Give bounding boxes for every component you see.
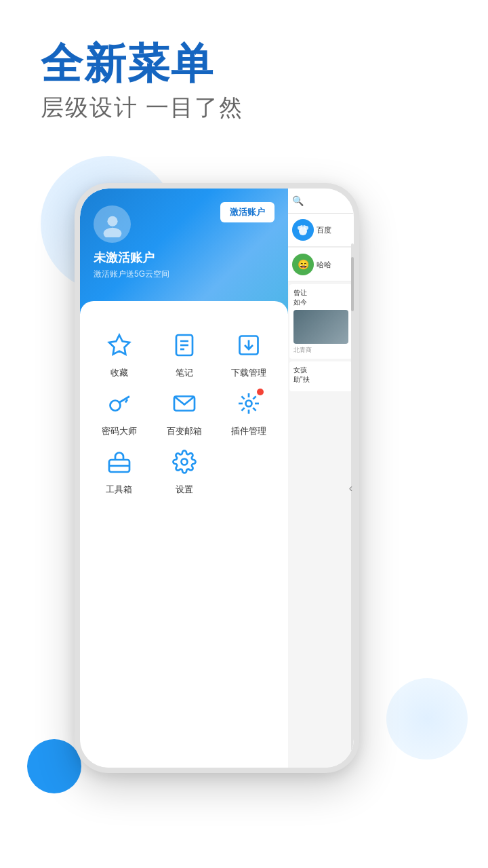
key-icon [107, 391, 131, 416]
mail-icon [172, 391, 197, 416]
baidu-label: 百度 [317, 225, 331, 235]
news-card-2[interactable]: 女孩助"扶 [289, 361, 352, 391]
profile-header: 激活账户 未激活账户 激活账户送5G云空间 [80, 189, 288, 314]
svg-line-19 [253, 408, 256, 410]
site-item-baidu[interactable]: 百度 [288, 214, 354, 247]
news-title-2: 女孩助"扶 [293, 366, 348, 384]
download-icon-wrap [231, 328, 266, 363]
empty-icon-wrap [231, 444, 266, 479]
scrollbar-thumb [351, 257, 354, 311]
star-icon [107, 333, 131, 357]
user-description: 激活账户送5G云空间 [94, 269, 274, 280]
username: 未激活账户 [94, 250, 274, 266]
favorites-icon-wrap [102, 328, 137, 363]
menu-item-plugins[interactable]: 插件管理 [220, 386, 278, 437]
svg-line-18 [242, 396, 245, 399]
plugin-icon [237, 391, 261, 416]
svg-line-11 [125, 399, 127, 403]
svg-line-20 [253, 396, 256, 399]
menu-row-2: 密码大师 百变邮箱 [87, 386, 281, 437]
settings-icon [172, 450, 197, 474]
password-icon-wrap [102, 386, 137, 421]
menu-panel: 激活账户 未激活账户 激活账户送5G云空间 [80, 189, 288, 768]
haha-avatar: 😄 [292, 254, 314, 275]
browser-top-bar: 🔍 [288, 189, 354, 214]
phone-mockup: 激活账户 未激活账户 激活账户送5G云空间 [75, 183, 359, 773]
site-item-haha[interactable]: 😄 哈哈 [288, 248, 354, 281]
favorites-label: 收藏 [110, 367, 128, 379]
password-label: 密码大师 [102, 425, 137, 437]
note-icon [172, 333, 197, 357]
decorative-circle-bottom-left [27, 739, 81, 793]
menu-item-password[interactable]: 密码大师 [90, 386, 148, 437]
menu-item-download[interactable]: 下载管理 [220, 328, 278, 379]
toolbox-icon [107, 450, 131, 474]
toolbox-label: 工具箱 [106, 484, 132, 496]
menu-item-favorites[interactable]: 收藏 [90, 328, 148, 379]
notes-label: 笔记 [176, 367, 193, 379]
browser-panel: 🔍 百度 [288, 189, 354, 768]
settings-icon-wrap [167, 444, 202, 479]
svg-point-13 [246, 401, 252, 407]
settings-label: 设置 [176, 484, 193, 496]
menu-item-empty [220, 444, 278, 496]
scrollbar[interactable] [351, 243, 354, 763]
plugins-label: 插件管理 [231, 425, 266, 437]
activate-button[interactable]: 激活账户 [220, 202, 274, 222]
menu-grid: 收藏 笔记 [80, 314, 288, 502]
menu-row-3: 工具箱 设置 [87, 444, 281, 496]
svg-point-1 [103, 227, 121, 237]
plugins-icon-wrap [231, 386, 266, 421]
toolbox-icon-wrap [102, 444, 137, 479]
header-section: 全新菜单 层级设计 一目了然 [41, 41, 243, 123]
search-icon: 🔍 [292, 195, 304, 206]
avatar-icon [100, 212, 125, 237]
news-title-1: 曾让如今 [293, 288, 348, 307]
menu-item-toolbox[interactable]: 工具箱 [90, 444, 148, 496]
phone-inner: 激活账户 未激活账户 激活账户送5G云空间 [80, 189, 354, 768]
avatar [94, 205, 131, 243]
menu-item-settings[interactable]: 设置 [155, 444, 213, 496]
browser-content: 百度 😄 哈哈 曾让如今 北青商 女孩助 [288, 214, 354, 763]
download-label: 下载管理 [231, 367, 266, 379]
decorative-circle-bottom-right [386, 678, 468, 760]
download-icon [237, 333, 261, 357]
svg-point-29 [303, 225, 306, 228]
baidu-avatar [292, 219, 314, 241]
svg-point-0 [107, 216, 117, 226]
menu-item-notes[interactable]: 笔记 [155, 328, 213, 379]
mailbox-label: 百变邮箱 [167, 425, 202, 437]
news-source-1: 北青商 [293, 346, 348, 355]
menu-row-1: 收藏 笔记 [87, 328, 281, 379]
svg-point-9 [110, 401, 120, 411]
notes-icon-wrap [167, 328, 202, 363]
svg-marker-2 [109, 335, 129, 355]
plugin-badge [257, 389, 264, 395]
baidu-paw-icon [296, 223, 310, 237]
menu-item-mailbox[interactable]: 百变邮箱 [155, 386, 213, 437]
mailbox-icon-wrap [167, 386, 202, 421]
svg-line-21 [242, 408, 245, 410]
news-card-1[interactable]: 曾让如今 北青商 [289, 284, 352, 359]
phone-outer: 激活账户 未激活账户 激活账户送5G云空间 [75, 183, 359, 773]
svg-line-10 [119, 397, 129, 403]
haha-label: 哈哈 [317, 260, 331, 270]
sub-title: 层级设计 一目了然 [41, 92, 243, 123]
news-image-1 [293, 310, 348, 344]
svg-point-28 [300, 225, 303, 228]
chevron-right-icon[interactable]: ‹ [349, 482, 352, 494]
main-title: 全新菜单 [41, 41, 243, 87]
svg-point-24 [181, 459, 187, 465]
